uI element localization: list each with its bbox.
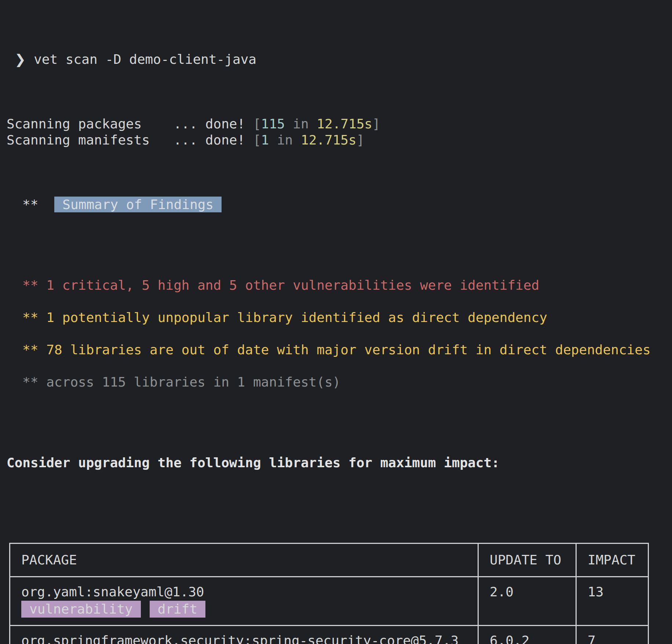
package-cell: org.springframework.security:spring-secu… (10, 626, 478, 644)
command-line: ❯vet scan -D demo-client-java (7, 51, 672, 67)
terminal-window: ❯vet scan -D demo-client-java Scanning p… (0, 0, 672, 644)
table-row: org.springframework.security:spring-secu… (10, 626, 649, 644)
scan-count: 1 (261, 132, 269, 147)
bracket-open: [ (253, 116, 261, 131)
column-header-impact: IMPACT (576, 544, 649, 577)
findings-section: **1 critical, 5 high and 5 other vulnera… (7, 277, 672, 390)
command-text: vet scan -D demo-client-java (34, 52, 256, 67)
table-header-row: PACKAGE UPDATE TO IMPACT (10, 544, 649, 577)
package-tags: vulnerabilitydrift (21, 601, 474, 618)
finding-line: **1 potentially unpopular library identi… (7, 310, 672, 326)
bracket-open: [ (253, 132, 261, 147)
finding-line: **1 critical, 5 high and 5 other vulnera… (7, 277, 672, 293)
finding-line: **across 115 libraries in 1 manifest(s) (7, 374, 672, 390)
scan-progress-section: Scanning packages ... done! [115 in 12.7… (7, 116, 672, 148)
update-to-cell: 6.0.2 (478, 626, 576, 644)
package-name: org.yaml:snakeyaml@1.30 (21, 584, 474, 600)
scan-label: Scanning manifests ... done! (7, 132, 253, 147)
scan-count: 115 (261, 116, 285, 131)
upgrade-heading: Consider upgrading the following librari… (7, 455, 672, 471)
package-cell: org.yaml:snakeyaml@1.30vulnerabilitydrif… (10, 577, 478, 626)
prompt-icon: ❯ (15, 52, 26, 67)
scan-duration: 12.715s (301, 132, 357, 147)
table-row: org.yaml:snakeyaml@1.30vulnerabilitydrif… (10, 577, 649, 626)
finding-line: **78 libraries are out of date with majo… (7, 342, 672, 358)
finding-text: across 115 libraries in 1 manifest(s) (46, 374, 340, 389)
summary-banner: **Summary of Findings (7, 197, 672, 213)
column-header-update-to: UPDATE TO (478, 544, 576, 577)
bracket-close: ] (357, 132, 365, 147)
package-name: org.springframework.security:spring-secu… (21, 633, 474, 644)
finding-stars: ** (22, 310, 38, 325)
summary-title: Summary of Findings (54, 197, 222, 212)
finding-stars: ** (22, 278, 38, 293)
finding-text: 1 potentially unpopular library identifi… (46, 310, 547, 325)
finding-stars: ** (22, 342, 38, 357)
scan-infix: in (285, 116, 317, 131)
scan-progress-line: Scanning manifests ... done! [1 in 12.71… (7, 132, 672, 148)
scan-duration: 12.715s (317, 116, 372, 131)
column-header-package: PACKAGE (10, 544, 478, 577)
upgrade-table: PACKAGE UPDATE TO IMPACT org.yaml:snakey… (9, 543, 649, 644)
scan-infix: in (269, 132, 301, 147)
finding-text: 1 critical, 5 high and 5 other vulnerabi… (46, 278, 539, 293)
tag-badge-drift: drift (150, 601, 205, 618)
finding-text: 78 libraries are out of date with major … (46, 342, 650, 357)
impact-cell: 7 (576, 626, 649, 644)
update-to-cell: 2.0 (478, 577, 576, 626)
summary-stars: ** (22, 197, 38, 212)
impact-cell: 13 (576, 577, 649, 626)
finding-stars: ** (22, 374, 38, 389)
bracket-close: ] (372, 116, 380, 131)
tag-badge-vulnerability: vulnerability (21, 601, 141, 618)
scan-label: Scanning packages ... done! (7, 116, 253, 131)
scan-progress-line: Scanning packages ... done! [115 in 12.7… (7, 116, 672, 132)
